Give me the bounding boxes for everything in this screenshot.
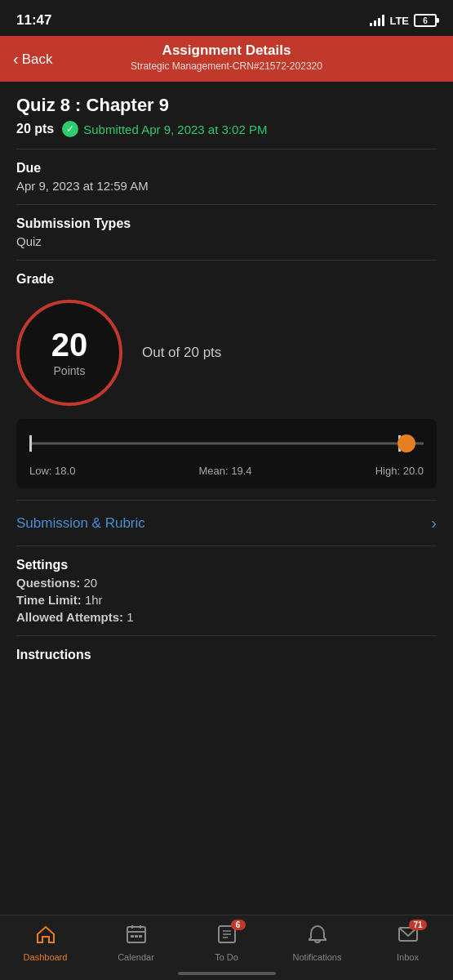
due-date: Apr 9, 2023 at 12:59 AM [16,179,437,193]
status-right: LTE 6 [370,14,437,27]
todo-icon: 6 [216,924,238,949]
score-distribution: Low: 18.0 Mean: 19.4 High: 20.0 [16,419,437,488]
dist-dot [397,434,415,452]
assignment-title: Quiz 8 : Chapter 9 [16,95,437,116]
grade-circle: 20 Points [16,300,122,406]
battery-icon: 6 [414,14,437,27]
nav-header: ‹ Back Assignment Details Strategic Mana… [0,36,453,82]
grade-display: 20 Points Out of 20 pts [16,300,437,406]
svg-rect-4 [131,935,134,938]
nav-subtitle: Strategic Management-CRN#21572-202320 [13,60,440,72]
submitted-badge: ✓ Submitted Apr 9, 2023 at 3:02 PM [62,121,267,137]
calendar-icon [126,924,147,949]
tab-bar: Dashboard Calendar 6 [0,915,453,980]
settings-time-limit: Time Limit: 1hr [16,593,437,607]
rubric-chevron-icon: › [431,514,437,532]
tab-todo[interactable]: 6 To Do [194,924,260,962]
dist-tick-left [29,435,32,452]
back-chevron-icon: ‹ [13,50,19,69]
tab-notifications-label: Notifications [293,952,342,962]
settings-allowed-attempts: Allowed Attempts: 1 [16,610,437,624]
dist-high: High: 20.0 [375,465,424,477]
back-label: Back [22,51,53,67]
rubric-link[interactable]: Submission & Rubric › [16,500,437,546]
grade-points-text: Points [54,364,86,377]
tab-notifications[interactable]: Notifications [285,924,350,962]
svg-rect-6 [139,935,142,938]
inbox-icon: 71 [397,924,419,949]
grade-number: 20 [51,328,88,361]
svg-rect-0 [127,927,145,942]
divider-2 [16,204,437,205]
divider-3 [16,260,437,261]
tab-calendar[interactable]: Calendar [104,924,169,962]
check-circle-icon: ✓ [62,121,78,137]
svg-rect-5 [135,935,138,938]
todo-badge: 6 [231,920,246,930]
tab-inbox-label: Inbox [397,952,419,962]
tab-calendar-label: Calendar [118,952,154,962]
due-label: Due [16,161,437,176]
dist-bar [29,435,424,452]
instructions-label: Instructions [16,648,437,662]
home-indicator [178,972,276,975]
settings-questions: Questions: 20 [16,576,437,590]
tab-dashboard[interactable]: Dashboard [13,924,78,962]
submission-type: Quiz [16,234,437,248]
status-time: 11:47 [16,12,51,29]
status-bar: 11:47 LTE 6 [0,0,453,36]
submitted-text: Submitted Apr 9, 2023 at 3:02 PM [83,122,267,136]
settings-section: Settings Questions: 20 Time Limit: 1hr A… [16,558,437,624]
divider-4 [16,635,437,636]
dist-mean: Mean: 19.4 [199,465,252,477]
settings-label: Settings [16,558,437,572]
grade-label: Grade [16,272,437,287]
notifications-icon [307,924,328,949]
inbox-badge: 71 [409,920,426,930]
dist-low: Low: 18.0 [29,465,75,477]
divider-1 [16,149,437,149]
bottom-padding [16,679,437,752]
instructions-section: Instructions [16,648,437,662]
lte-label: LTE [389,15,409,27]
rubric-link-text: Submission & Rubric [16,515,145,532]
signal-bars-icon [370,15,384,26]
points-label: 20 pts [16,122,54,136]
tab-inbox[interactable]: 71 Inbox [375,924,441,962]
dist-line [29,443,424,445]
nav-title: Assignment Details [13,42,440,59]
out-of-text: Out of 20 pts [142,345,221,361]
tab-todo-label: To Do [215,952,238,962]
points-row: 20 pts ✓ Submitted Apr 9, 2023 at 3:02 P… [16,121,437,137]
main-content: Quiz 8 : Chapter 9 20 pts ✓ Submitted Ap… [0,82,453,765]
grade-section: Grade 20 Points Out of 20 pts [16,272,437,406]
submission-types-label: Submission Types [16,216,437,231]
back-button[interactable]: ‹ Back [13,50,52,69]
dashboard-icon [35,924,56,949]
dist-labels: Low: 18.0 Mean: 19.4 High: 20.0 [29,465,424,477]
tab-dashboard-label: Dashboard [24,952,68,962]
